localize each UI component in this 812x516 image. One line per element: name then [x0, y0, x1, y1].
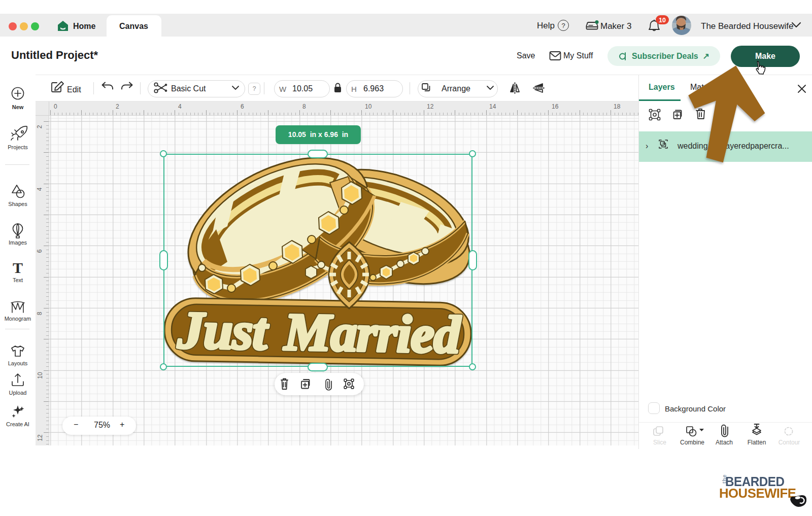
svg-text:10: 10: [659, 17, 666, 24]
svg-text:T: T: [13, 259, 23, 276]
